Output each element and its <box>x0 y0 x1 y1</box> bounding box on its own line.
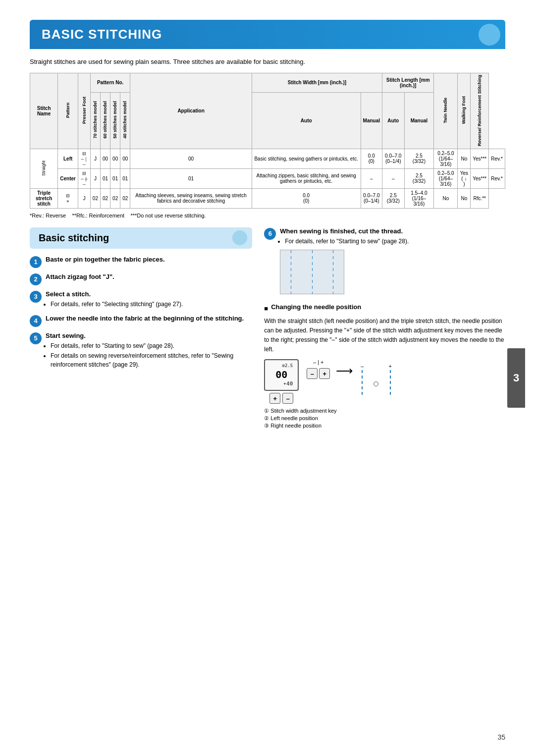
th-pattern-no: Pattern No. <box>90 73 130 92</box>
step-6: 6 When sewing is finished, cut the threa… <box>264 227 505 298</box>
chapter-number: 3 <box>507 348 525 408</box>
step-5-bullet-1: For details, refer to "Starting to sew" … <box>51 341 252 350</box>
stitch-name-center: Center <box>58 168 78 188</box>
label-3: ③ Right needle position <box>264 423 505 429</box>
left-column: Basic stitching 1 Baste or pin together … <box>30 227 252 431</box>
plus-btn[interactable]: + <box>319 368 330 379</box>
col50-center: 01 <box>120 168 130 188</box>
presser-foot-triple: J <box>78 188 91 208</box>
col50-triple: 02 <box>110 188 120 208</box>
step-4: 4 Lower the needle into the fabric at th… <box>30 315 252 327</box>
walking-center: Yes*** <box>471 168 489 188</box>
step-5-bullet-2: For details on sewing reverse/reinforcem… <box>51 351 252 369</box>
stitch-icon-left: ⊟─ │ ─ <box>78 149 91 168</box>
reverse-left: Rev.* <box>489 149 505 168</box>
step-2: 2 Attach zigzag foot "J". <box>30 273 252 285</box>
table-row: Center ⊟─ ┼ ─ J 01 01 01 01 Attaching zi… <box>30 168 505 188</box>
step-num-4: 4 <box>30 315 42 327</box>
sw-auto-center: – <box>361 168 382 188</box>
th-40: 40 stitches model <box>120 92 130 149</box>
step-num-6: 6 <box>264 228 276 240</box>
app-left: Basic stitching, sewing gathers or pintu… <box>252 149 361 168</box>
step-num-1: 1 <box>30 256 42 268</box>
step-4-title: Lower the needle into the fabric at the … <box>46 315 252 322</box>
reverse-center: Rev.* <box>489 168 505 188</box>
step-2-title: Attach zigzag foot "J". <box>46 273 252 280</box>
label-1: ① Stitch width adjustment key <box>264 408 505 414</box>
step-num-3: 3 <box>30 291 42 303</box>
sw-auto-triple: 0.0(0) <box>252 188 361 208</box>
col40-center: 01 <box>130 168 252 188</box>
section-heading: Basic stitching <box>39 232 109 244</box>
sl-auto-left: 2.5(3/32) <box>404 149 434 168</box>
sw-manual-left: 0.0–7.0(0–1/4) <box>382 149 405 168</box>
stitch-icon-center: ⊟─ ┼ ─ <box>78 168 91 188</box>
page-title: BASIC STITCHING <box>42 27 162 42</box>
intro-text: Straight stitches are used for sewing pl… <box>30 57 505 67</box>
step-5-title: Start sewing. <box>46 332 252 339</box>
footnote-2: **Rfc.: Reinforcement <box>72 213 130 218</box>
th-sw-auto: Auto <box>252 92 361 149</box>
th-60: 60 stitches model <box>100 92 110 149</box>
twin-triple: No <box>434 188 458 208</box>
th-application: Application <box>130 73 252 149</box>
th-stitch-length: Stitch Length [mm (inch.)] <box>382 73 434 92</box>
step-3-bullet: For details, refer to "Selecting stitchi… <box>51 300 252 309</box>
needle-position-section: ■ Changing the needle position With the … <box>264 303 505 430</box>
footnotes: *Rev.: Reverse **Rfc.: Reinforcement ***… <box>30 213 505 218</box>
th-50: 50 stitches model <box>110 92 120 149</box>
stitch-name-triple: Triplestretch stitch <box>30 188 58 208</box>
diagram-labels: ① Stitch width adjustment key ② Left nee… <box>264 408 505 429</box>
th-sl-manual: Manual <box>404 92 434 149</box>
bottom-section: Basic stitching 1 Baste or pin together … <box>30 227 505 431</box>
dashed-line-2 <box>312 250 313 294</box>
footnote-3: ***Do not use reverse stitching. <box>130 213 206 218</box>
label-2: ② Left needle position <box>264 415 505 422</box>
table-row: Triplestretch stitch ⊟≡ J 02 02 02 02 At… <box>30 188 505 208</box>
sl-manual-triple: 1.5–4.0(1/16–3/16) <box>404 188 434 208</box>
col70-center: 01 <box>100 168 110 188</box>
page-number: 35 <box>497 733 505 741</box>
stitch-name-left: Left <box>58 149 78 168</box>
twin-left: No <box>458 149 471 168</box>
th-presser-foot: Presser Foot <box>78 73 91 149</box>
sl-manual-left: 0.2–5.0(1/64–3/16) <box>434 149 458 168</box>
footnote-1: *Rev.: Reverse <box>30 213 72 218</box>
step-1-title: Baste or pin together the fabric pieces. <box>46 256 252 263</box>
col60-triple: 02 <box>100 188 110 208</box>
table-row: Straight Left ⊟─ │ ─ J 00 00 00 00 Basic… <box>30 149 505 168</box>
step-num-5: 5 <box>30 332 42 344</box>
step-6-title: When sewing is finished, cut the thread. <box>280 227 505 235</box>
th-stitch-name: Stitch Name <box>30 73 58 149</box>
reverse-triple: Rfc.** <box>471 188 489 208</box>
th-reverse: Reverse/ Reinforcement Stitching <box>471 73 489 149</box>
col40-left: 00 <box>130 149 252 168</box>
th-stitch-width: Stitch Width [mm (inch.)] <box>252 73 382 92</box>
col60-center: 01 <box>110 168 120 188</box>
needle-pos-title: Changing the needle position <box>271 303 361 311</box>
th-sl-auto: Auto <box>382 92 405 149</box>
arrow-right: ⟶ <box>336 364 353 378</box>
stitch-icon-triple: ⊟≡ <box>58 188 78 208</box>
plus-btn-bottom[interactable]: + <box>269 393 280 404</box>
step-3: 3 Select a stitch. For details, refer to… <box>30 290 252 310</box>
sw-manual-triple: 0.0–7.0(0–1/4) <box>361 188 382 208</box>
minus-btn[interactable]: – <box>307 368 318 379</box>
step-3-title: Select a stitch. <box>46 290 252 298</box>
th-twin-needle: Twin Needle <box>434 73 458 149</box>
section-circle <box>232 230 247 245</box>
th-walking-foot: Walking Foot <box>458 73 471 149</box>
col50-left: 00 <box>120 149 130 168</box>
presser-foot-center: J <box>90 168 100 188</box>
presser-foot-left: J <box>90 149 100 168</box>
walking-triple: No <box>458 188 471 208</box>
needle-pos-body: With the straight stitch (left needle po… <box>264 317 505 355</box>
th-70: 70 stitches model <box>90 92 100 149</box>
header-decoration <box>479 24 500 46</box>
th-pattern: Pattern <box>58 73 78 149</box>
group-straight: Straight <box>30 149 58 188</box>
minus-btn-bottom[interactable]: – <box>282 393 293 404</box>
dashed-line-3 <box>333 250 333 294</box>
right-column: 6 When sewing is finished, cut the threa… <box>264 227 505 431</box>
step-6-bullet: For details, refer to "Starting to sew" … <box>285 237 505 246</box>
